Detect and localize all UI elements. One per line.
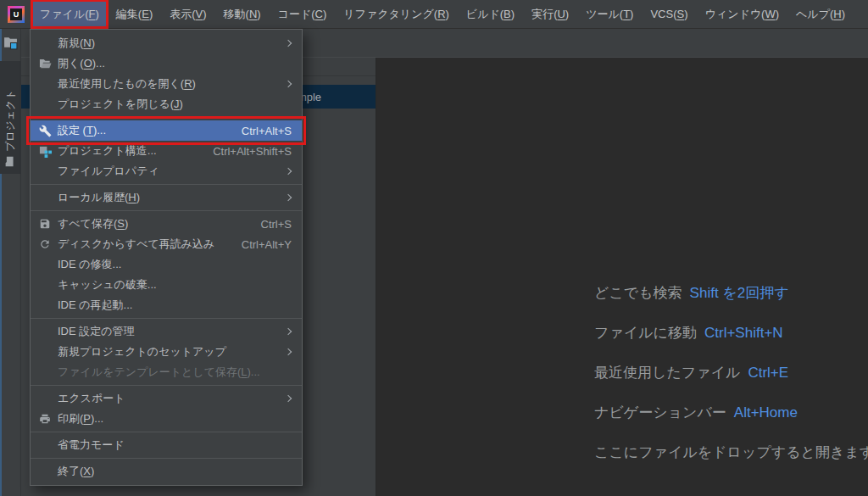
submenu-arrow-icon (285, 168, 292, 175)
menu-item-label: 開く(O)... (58, 56, 105, 71)
menubar-item-r[interactable]: リファクタリング(R) (335, 0, 458, 28)
menu-item-label: キャッシュの破棄... (58, 277, 157, 293)
menu-separator (31, 432, 302, 432)
editor-hint: ここにファイルをドロップすると開きます (594, 432, 868, 472)
menu-separator (31, 117, 302, 118)
submenu-arrow-icon (285, 328, 292, 335)
editor-hint: ファイルに移動Ctrl+Shift+N (594, 313, 868, 353)
menu-separator (31, 184, 302, 185)
file-menu-item-24[interactable]: 省電力モード (31, 435, 302, 455)
menu-item-label: IDE 設定の管理 (58, 324, 135, 339)
editor-hint: 最近使用したファイルCtrl+E (594, 353, 868, 393)
file-menu-item-14[interactable]: キャッシュの破棄... (31, 275, 302, 295)
menubar-items: ファイル(F)編集(E)表示(V)移動(N)コード(C)リファクタリング(R)ビ… (31, 0, 854, 28)
menu-item-label: 新規プロジェクトのセットアップ (58, 344, 226, 359)
printer-icon (37, 413, 53, 425)
menu-separator (31, 210, 302, 211)
editor-hint: ナビゲーションバーAlt+Home (594, 393, 868, 432)
menubar-item-label: 実行(U) (531, 7, 569, 22)
submenu-arrow-icon (285, 81, 292, 87)
menubar-item-w[interactable]: ウィンドウ(W) (697, 0, 787, 28)
file-menu-item-h[interactable]: ローカル履歴(H) (31, 187, 302, 208)
menu-item-shortcut: Ctrl+S (261, 218, 292, 231)
project-tool-window-tab[interactable]: プロジェクト (0, 61, 21, 174)
hint-shortcut: Alt+Home (734, 404, 798, 421)
file-menu-item-l[interactable]: ファイルをテンプレートとして保存(L)... (31, 362, 302, 382)
menubar-item-label: ツール(T) (586, 7, 633, 22)
menubar-item-t[interactable]: ツール(T) (577, 0, 642, 28)
menubar-item-s[interactable]: VCS(S) (642, 0, 696, 28)
file-menu-item-p[interactable]: 印刷(P)... (31, 409, 302, 429)
file-menu-item-15[interactable]: IDE の再起動... (31, 295, 302, 315)
file-menu-item-x[interactable]: 終了(X) (31, 461, 302, 482)
menu-item-label: エクスポート (58, 391, 125, 406)
file-menu-item-t[interactable]: 設定 (T)...Ctrl+Alt+S (31, 120, 302, 141)
hint-label: 最近使用したファイル (594, 365, 740, 381)
menu-item-label: 最近使用したものを開く(R) (58, 76, 196, 92)
menubar-item-h[interactable]: ヘルプ(H) (787, 0, 854, 28)
menu-item-label: 設定 (T)... (58, 123, 106, 138)
wrench-icon (37, 125, 53, 137)
editor-area: どこでも検索Shift を2回押すファイルに移動Ctrl+Shift+N最近使用… (376, 58, 868, 496)
submenu-arrow-icon (285, 348, 292, 355)
file-menu-item-21[interactable]: エクスポート (31, 388, 302, 409)
menubar-item-label: 移動(N) (224, 7, 261, 22)
tool-window-stripe: プロジェクト (0, 29, 21, 496)
menubar-item-f[interactable]: ファイル(F) (31, 0, 108, 28)
menubar-item-label: VCS(S) (650, 8, 687, 20)
menubar-item-label: リファクタリング(R) (343, 7, 449, 22)
menubar-item-b[interactable]: ビルド(B) (458, 0, 523, 28)
menubar-item-u[interactable]: 実行(U) (523, 0, 577, 28)
editor-hint: どこでも検索Shift を2回押す (594, 273, 868, 313)
editor-empty-hints: どこでも検索Shift を2回押すファイルに移動Ctrl+Shift+N最近使用… (594, 273, 868, 472)
file-menu-item-13[interactable]: IDE の修復... (31, 254, 302, 275)
menu-item-label: プロジェクト構造... (58, 143, 157, 159)
file-menu-item-j[interactable]: プロジェクトを閉じる(J) (31, 94, 302, 114)
menubar-item-n[interactable]: 移動(N) (215, 0, 270, 28)
submenu-arrow-icon (285, 395, 292, 402)
file-menu-item-7[interactable]: ファイルプロパティ (31, 161, 302, 181)
file-menu-item-6[interactable]: プロジェクト構造...Ctrl+Alt+Shift+S (31, 141, 302, 161)
menu-item-label: すべて保存(S) (58, 216, 128, 231)
folder-open-icon (37, 58, 53, 70)
file-menu-item-r[interactable]: 最近使用したものを開く(R) (31, 74, 302, 94)
hint-shortcut: Ctrl+E (748, 365, 788, 381)
folder-icon (4, 156, 18, 167)
menubar-item-e[interactable]: 編集(E) (108, 0, 161, 28)
file-menu-item-s[interactable]: すべて保存(S)Ctrl+S (31, 214, 302, 234)
submenu-arrow-icon (285, 40, 292, 47)
menubar-item-label: コード(C) (278, 7, 327, 22)
save-icon (37, 218, 53, 230)
ide-window: U ファイル(F)編集(E)表示(V)移動(N)コード(C)リファクタリング(R… (0, 0, 868, 496)
file-menu-item-12[interactable]: ディスクからすべて再読み込みCtrl+Alt+Y (31, 234, 302, 254)
menu-item-shortcut: Ctrl+Alt+S (242, 125, 292, 137)
menubar-item-label: ファイル(F) (40, 7, 99, 22)
file-menu-item-n[interactable]: 新規(N) (31, 33, 302, 53)
menubar-item-c[interactable]: コード(C) (270, 0, 336, 28)
file-menu-dropdown: 新規(N)開く(O)...最近使用したものを開く(R)プロジェクトを閉じる(J)… (30, 29, 303, 486)
menubar-item-label: ヘルプ(H) (796, 7, 845, 22)
hint-label: ファイルに移動 (594, 325, 697, 341)
submenu-arrow-icon (285, 194, 292, 201)
menu-item-label: IDE の再起動... (58, 298, 132, 313)
menu-item-shortcut: Ctrl+Alt+Y (242, 238, 292, 251)
menu-item-shortcut: Ctrl+Alt+Shift+S (213, 145, 292, 158)
hint-label: ナビゲーションバー (594, 404, 726, 421)
menu-separator (31, 318, 302, 319)
menu-separator (31, 458, 302, 459)
menu-item-label: ファイルをテンプレートとして保存(L)... (58, 365, 260, 380)
project-view-icon[interactable] (3, 36, 18, 50)
menu-item-label: 印刷(P)... (58, 411, 103, 426)
intellij-logo-icon: U (8, 6, 25, 23)
file-menu-item-17[interactable]: IDE 設定の管理 (31, 321, 302, 342)
hint-shortcut: Ctrl+Shift+N (704, 325, 783, 341)
menu-item-label: ローカル履歴(H) (58, 190, 140, 205)
structure-icon (37, 145, 53, 158)
menu-item-label: ディスクからすべて再読み込み (58, 237, 214, 252)
file-menu-item-18[interactable]: 新規プロジェクトのセットアップ (31, 342, 302, 362)
menubar-item-label: ウィンドウ(W) (705, 7, 779, 22)
intellij-logo-glyph: U (10, 8, 22, 20)
file-menu-item-o[interactable]: 開く(O)... (31, 53, 302, 74)
menu-item-label: IDE の修復... (58, 257, 121, 272)
menubar-item-v[interactable]: 表示(V) (161, 0, 214, 28)
